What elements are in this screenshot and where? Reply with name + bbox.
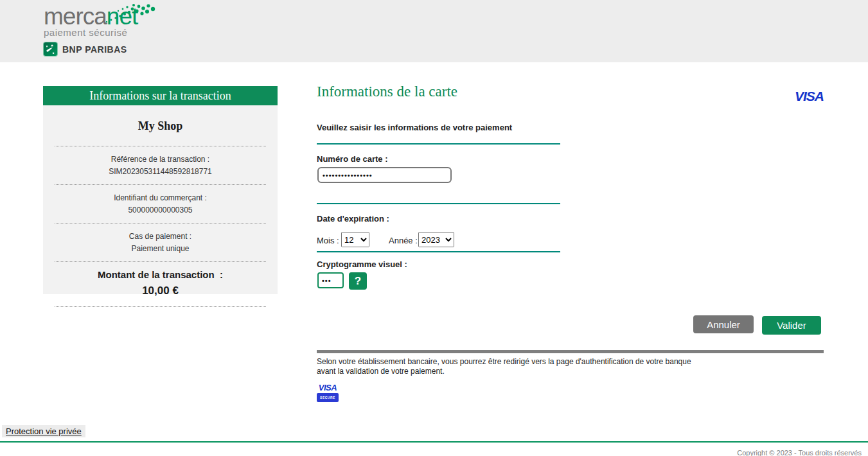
cancel-button[interactable]: Annuler xyxy=(693,315,754,333)
header-band: mercanet paiement sécurisé BNP PARIBAS xyxy=(0,0,868,62)
section-divider xyxy=(317,203,560,204)
bnp-paribas-logo: BNP PARIBAS xyxy=(44,42,137,56)
footer-divider xyxy=(0,441,868,443)
logo-dots-icon xyxy=(103,3,157,24)
transaction-panel-title: Informations sur la transaction xyxy=(43,86,278,105)
brand-part-gray: merca xyxy=(44,3,107,30)
privacy-link[interactable]: Protection vie privée xyxy=(2,425,85,437)
transaction-panel: Informations sur la transaction My Shop … xyxy=(43,86,278,294)
payment-case-label: Cas de paiement : xyxy=(43,231,278,243)
redirect-notice-line2: avant la validation de votre paiement. xyxy=(317,367,691,376)
transaction-reference-field: Référence de la transaction : SIM2023053… xyxy=(43,146,278,184)
separator xyxy=(55,306,266,307)
shop-name: My Shop xyxy=(43,105,278,146)
section-divider xyxy=(317,251,560,252)
merchant-id-label: Identifiant du commerçant : xyxy=(43,192,278,204)
merchant-id-field: Identifiant du commerçant : 500000000000… xyxy=(43,185,278,223)
bnp-name: BNP PARIBAS xyxy=(62,44,127,55)
card-number-label: Numéro de carte : xyxy=(317,154,388,164)
redirect-notice-line1: Selon votre établissement bancaire, vous… xyxy=(317,357,691,367)
bottom-divider-bar xyxy=(317,350,824,353)
brand-tagline: paiement sécurisé xyxy=(44,27,137,38)
payment-page: mercanet paiement sécurisé BNP PARIBAS I… xyxy=(0,0,868,456)
payment-instruction: Veuillez saisir les informations de votr… xyxy=(317,123,512,132)
visa-secure-badge-icon: VISA SECURE xyxy=(317,383,339,402)
amount-block: Montant de la transaction : 10,00 € xyxy=(43,262,278,306)
visa-logo-icon: VISA xyxy=(795,89,824,104)
visa-secure-box: SECURE xyxy=(317,393,339,402)
cvv-input[interactable] xyxy=(317,272,344,288)
year-label: Année : xyxy=(389,236,418,245)
copyright-text: Copyright © 2023 - Tous droits réservés xyxy=(737,449,862,456)
visa-secure-word: VISA xyxy=(317,383,339,392)
cvv-label: Cryptogramme visuel : xyxy=(317,259,407,269)
amount-value: 10,00 € xyxy=(43,285,278,297)
cvv-help-button[interactable]: ? xyxy=(349,272,367,290)
submit-button[interactable]: Valider xyxy=(762,316,821,335)
redirect-notice: Selon votre établissement bancaire, vous… xyxy=(317,357,691,376)
mercanet-logo: mercanet paiement sécurisé BNP PARIBAS xyxy=(44,5,137,56)
bnp-emblem-icon xyxy=(44,42,57,56)
amount-label: Montant de la transaction : xyxy=(43,269,278,280)
year-select[interactable]: 2023 xyxy=(418,232,454,247)
merchant-id-value: 500000000000305 xyxy=(43,204,278,216)
transaction-reference-value: SIM202305311448592818771 xyxy=(43,166,278,178)
month-select[interactable]: 12 xyxy=(341,232,369,247)
payment-case-value: Paiement unique xyxy=(43,243,278,255)
payment-case-field: Cas de paiement : Paiement unique xyxy=(43,224,278,261)
expiry-label: Date d'expiration : xyxy=(317,214,389,224)
transaction-reference-label: Référence de la transaction : xyxy=(43,153,278,166)
section-divider xyxy=(317,143,560,145)
card-number-input[interactable] xyxy=(317,167,452,183)
month-label: Mois : xyxy=(317,236,339,245)
card-panel-title: Informations de la carte xyxy=(317,83,457,100)
